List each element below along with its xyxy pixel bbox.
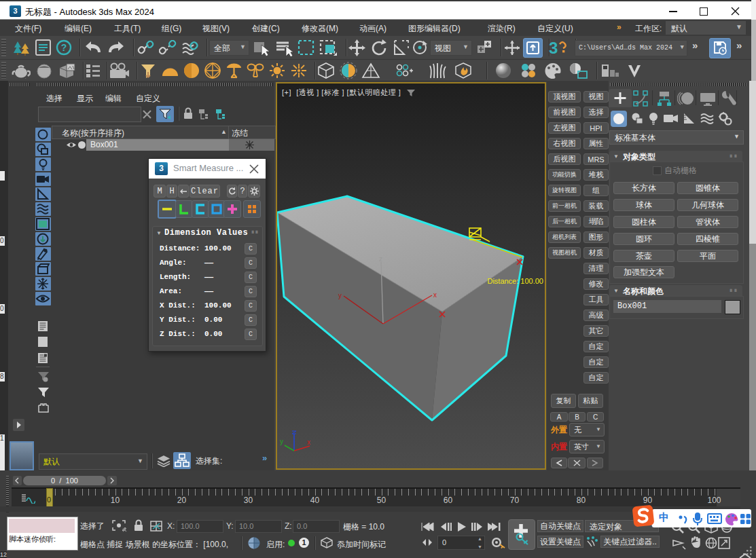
svg-text:x: x [307,439,310,446]
svg-text:y: y [280,438,283,445]
svg-text:z: z [379,255,382,263]
svg-text:?: ? [61,42,67,53]
svg-text:x: x [433,291,437,299]
svg-text:Distance: 100.00: Distance: 100.00 [487,277,543,285]
svg-text:y: y [338,292,342,299]
svg-text:3: 3 [549,39,558,57]
